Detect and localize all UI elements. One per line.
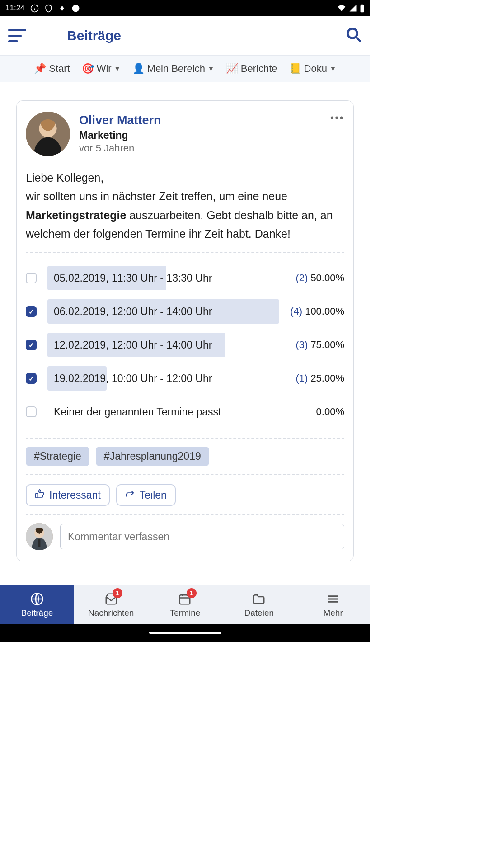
post-body: Liebe Kollegen, wir sollten uns in nächs…	[26, 169, 344, 243]
poll-checkbox[interactable]	[26, 340, 37, 350]
poll-option[interactable]: 19.02.2019, 10:00 Uhr - 12:00 Uhr(1) 25.…	[26, 362, 344, 395]
svg-rect-4	[361, 5, 364, 12]
poll-option[interactable]: 05.02.2019, 11:30 Uhr - 13:30 Uhr(2) 50.…	[26, 261, 344, 295]
poll-bar: 05.02.2019, 11:30 Uhr - 13:30 Uhr	[47, 266, 285, 290]
author-avatar[interactable]	[26, 112, 70, 156]
nav-wir[interactable]: 🎯 Wir ▼	[82, 63, 121, 75]
comment-input[interactable]	[60, 524, 344, 549]
poll-bar: 06.02.2019, 12:00 Uhr - 14:00 Uhr	[47, 299, 279, 324]
svg-rect-5	[361, 4, 363, 5]
svg-line-7	[356, 37, 361, 42]
info-icon	[30, 4, 39, 13]
poll-option[interactable]: Keiner der genannten Termine passt0.00%	[26, 395, 344, 429]
more-icon	[326, 592, 340, 606]
nav-tabs: 📌 Start 🎯 Wir ▼ 👤 Mein Bereich ▼ 📈 Beric…	[0, 55, 370, 82]
poll-option[interactable]: 12.02.2019, 12:00 Uhr - 14:00 Uhr(3) 75.…	[26, 328, 344, 362]
bottomnav-beitraege[interactable]: Beiträge	[0, 585, 74, 624]
tag-jahresplanung[interactable]: #Jahresplanung2019	[96, 447, 209, 466]
wifi-icon	[337, 4, 346, 13]
poll-checkbox[interactable]	[26, 306, 37, 317]
status-bar: 11:24	[0, 0, 370, 16]
face-icon	[71, 4, 80, 13]
author-department: Marketing	[79, 129, 161, 142]
svg-rect-12	[38, 539, 41, 547]
poll-option-label: 05.02.2019, 11:30 Uhr - 13:30 Uhr	[47, 272, 212, 284]
nachrichten-badge: 1	[113, 588, 122, 598]
poll-option[interactable]: 06.02.2019, 12:00 Uhr - 14:00 Uhr(4) 100…	[26, 295, 344, 328]
poll-option-label: 12.02.2019, 12:00 Uhr - 14:00 Uhr	[47, 339, 212, 351]
poll-option-stats: (4) 100.00%	[290, 306, 344, 317]
bottomnav-mehr[interactable]: Mehr	[296, 585, 370, 624]
bottom-nav: Beiträge 1 Nachrichten 1 Termine Dateien…	[0, 585, 370, 624]
status-time: 11:24	[5, 4, 25, 13]
nav-doku[interactable]: 📒 Doku ▼	[289, 63, 336, 75]
poll-bar: Keiner der genannten Termine passt	[47, 400, 305, 424]
menu-button[interactable]	[8, 29, 26, 42]
poll-checkbox[interactable]	[26, 273, 37, 283]
bottomnav-nachrichten[interactable]: 1 Nachrichten	[74, 585, 148, 624]
search-button[interactable]	[346, 27, 362, 45]
thumbs-up-icon	[35, 489, 45, 501]
interessant-button[interactable]: Interessant	[26, 484, 110, 506]
poll-bar: 12.02.2019, 12:00 Uhr - 14:00 Uhr	[47, 333, 285, 357]
poll-option-stats: (2) 50.00%	[296, 272, 344, 284]
share-icon	[125, 489, 135, 501]
nav-berichte[interactable]: 📈 Berichte	[226, 63, 277, 75]
post-menu-button[interactable]: •••	[330, 112, 344, 124]
author-name[interactable]: Oliver Mattern	[79, 113, 161, 127]
poll-checkbox[interactable]	[26, 406, 37, 417]
poll-checkbox[interactable]	[26, 373, 37, 384]
poll-option-stats: (1) 25.00%	[296, 373, 344, 384]
folder-icon	[252, 592, 266, 606]
poll-option-stats: 0.00%	[316, 406, 344, 418]
poll-option-stats: (3) 75.00%	[296, 339, 344, 351]
current-user-avatar[interactable]	[26, 523, 53, 550]
poll: 05.02.2019, 11:30 Uhr - 13:30 Uhr(2) 50.…	[26, 261, 344, 429]
bottomnav-termine[interactable]: 1 Termine	[148, 585, 222, 624]
poll-option-label: 19.02.2019, 10:00 Uhr - 12:00 Uhr	[47, 373, 212, 385]
tag-strategie[interactable]: #Strategie	[26, 447, 89, 466]
signal-icon	[349, 4, 357, 12]
tags: #Strategie #Jahresplanung2019	[26, 447, 344, 466]
nav-mein-bereich[interactable]: 👤 Mein Bereich ▼	[132, 63, 214, 75]
poll-option-label: 06.02.2019, 12:00 Uhr - 14:00 Uhr	[47, 306, 212, 318]
system-nav-bar	[0, 624, 370, 642]
page-title: Beiträge	[67, 28, 121, 43]
post-timestamp: vor 5 Jahren	[79, 142, 161, 154]
termine-badge: 1	[187, 588, 197, 598]
bottomnav-dateien[interactable]: Dateien	[222, 585, 296, 624]
drop-icon	[58, 5, 66, 12]
poll-bar: 19.02.2019, 10:00 Uhr - 12:00 Uhr	[47, 366, 285, 391]
svg-point-6	[348, 29, 357, 38]
poll-option-label: Keiner der genannten Termine passt	[47, 406, 221, 418]
svg-point-3	[72, 5, 79, 12]
globe-icon	[30, 592, 44, 606]
post-card: Oliver Mattern Marketing vor 5 Jahren ••…	[16, 100, 354, 561]
nav-start[interactable]: 📌 Start	[34, 63, 70, 75]
teilen-button[interactable]: Teilen	[116, 484, 176, 506]
battery-icon	[360, 4, 365, 13]
app-bar: Beiträge	[0, 16, 370, 55]
shield-icon	[44, 4, 53, 13]
